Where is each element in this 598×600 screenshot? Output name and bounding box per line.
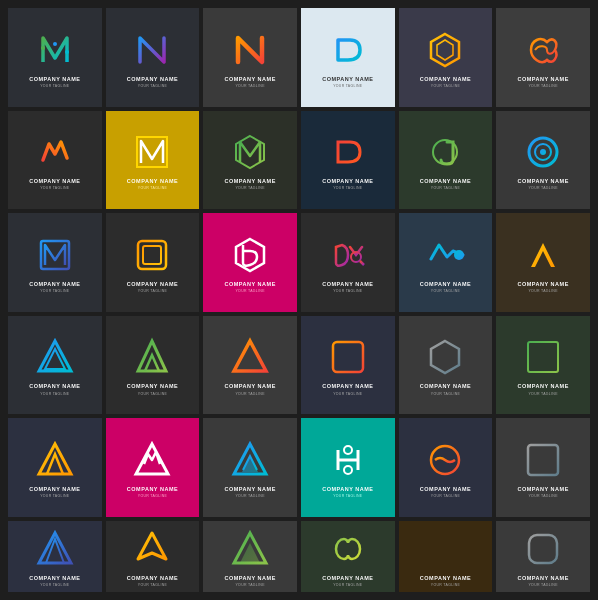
logo-icon-4 xyxy=(326,28,370,72)
tagline-25: YOUR TAGLINE xyxy=(40,494,69,498)
tagline-14: YOUR TAGLINE xyxy=(138,289,167,293)
tagline-24: YOUR TAGLINE xyxy=(528,392,557,396)
logo-card-9[interactable]: COMPANY NAME YOUR TAGLINE xyxy=(203,111,297,210)
tagline-6: YOUR TAGLINE xyxy=(528,84,557,88)
company-name-32: COMPANY NAME xyxy=(127,575,178,582)
logo-card-4[interactable]: COMPANY NAME YOUR TAGLINE xyxy=(301,8,395,107)
tagline-15: YOUR TAGLINE xyxy=(235,289,264,293)
logo-card-1[interactable]: COMPANY NAME YOUR TAGLINE xyxy=(8,8,102,107)
logo-card-3[interactable]: COMPANY NAME YOUR TAGLINE xyxy=(203,8,297,107)
company-name-35: COMPANY NAME xyxy=(420,575,471,582)
company-name-10: COMPANY NAME xyxy=(322,178,373,185)
company-name-29: COMPANY NAME xyxy=(420,486,471,493)
logo-card-16[interactable]: COMPANY NAME YOUR TAGLINE xyxy=(301,213,395,312)
logo-card-34[interactable]: COMPANY NAME YOUR TAGLINE xyxy=(301,521,395,592)
tagline-12: YOUR TAGLINE xyxy=(528,186,557,190)
logo-card-26[interactable]: COMPANY NAME YOUR TAGLINE xyxy=(106,418,200,517)
company-name-27: COMPANY NAME xyxy=(224,486,275,493)
logo-icon-8 xyxy=(130,130,174,174)
logo-icon-27 xyxy=(228,438,272,482)
tagline-22: YOUR TAGLINE xyxy=(333,392,362,396)
logo-card-27[interactable]: COMPANY NAME YOUR TAGLINE xyxy=(203,418,297,517)
logo-icon-11 xyxy=(423,130,467,174)
tagline-34: YOUR TAGLINE xyxy=(333,583,362,587)
logo-card-17[interactable]: COMPANY NAME YOUR TAGLINE xyxy=(399,213,493,312)
logo-icon-14 xyxy=(130,233,174,277)
logo-card-5[interactable]: COMPANY NAME YOUR TAGLINE xyxy=(399,8,493,107)
company-name-9: COMPANY NAME xyxy=(224,178,275,185)
logo-card-20[interactable]: COMPANY NAME YOUR TAGLINE xyxy=(106,316,200,415)
logo-icon-12 xyxy=(521,130,565,174)
logo-card-31[interactable]: COMPANY NAME YOUR TAGLINE xyxy=(8,521,102,592)
logo-icon-24 xyxy=(521,335,565,379)
tagline-31: YOUR TAGLINE xyxy=(40,583,69,587)
logo-card-18[interactable]: COMPANY NAME YOUR TAGLINE xyxy=(496,213,590,312)
logo-icon-5 xyxy=(423,28,467,72)
logo-card-6[interactable]: COMPANY NAME YOUR TAGLINE xyxy=(496,8,590,107)
company-name-24: COMPANY NAME xyxy=(517,383,568,390)
logo-card-32[interactable]: COMPANY NAME YOUR TAGLINE xyxy=(106,521,200,592)
svg-point-20 xyxy=(454,250,464,260)
svg-point-1 xyxy=(53,42,57,46)
svg-marker-6 xyxy=(437,40,453,60)
logo-card-29[interactable]: COMPANY NAME YOUR TAGLINE xyxy=(399,418,493,517)
svg-point-49 xyxy=(344,466,352,474)
logo-card-35[interactable]: COMPANY NAME YOUR TAGLINE xyxy=(399,521,493,592)
logo-card-12[interactable]: COMPANY NAME YOUR TAGLINE xyxy=(496,111,590,210)
logo-card-28[interactable]: COMPANY NAME YOUR TAGLINE xyxy=(301,418,395,517)
logo-icon-10 xyxy=(326,130,370,174)
tagline-5: YOUR TAGLINE xyxy=(431,84,460,88)
logo-card-7[interactable]: COMPANY NAME YOUR TAGLINE xyxy=(8,111,102,210)
logo-card-33[interactable]: COMPANY NAME YOUR TAGLINE xyxy=(203,521,297,592)
logo-card-23[interactable]: COMPANY NAME YOUR TAGLINE xyxy=(399,316,493,415)
logo-card-2[interactable]: COMPANY NAME YOUR TAGLINE xyxy=(106,8,200,107)
logo-card-8[interactable]: COMPANY NAME YOUR TAGLINE xyxy=(106,111,200,210)
logo-card-21[interactable]: COMPANY NAME YOUR TAGLINE xyxy=(203,316,297,415)
logo-icon-23 xyxy=(423,335,467,379)
company-name-11: COMPANY NAME xyxy=(420,178,471,185)
logo-icon-25 xyxy=(33,438,77,482)
logo-icon-17 xyxy=(423,233,467,277)
logo-card-24[interactable]: COMPANY NAME YOUR TAGLINE xyxy=(496,316,590,415)
company-name-26: COMPANY NAME xyxy=(127,486,178,493)
company-name-33: COMPANY NAME xyxy=(224,575,275,582)
tagline-36: YOUR TAGLINE xyxy=(528,583,557,587)
tagline-20: YOUR TAGLINE xyxy=(138,392,167,396)
logo-card-25[interactable]: COMPANY NAME YOUR TAGLINE xyxy=(8,418,102,517)
company-name-16: COMPANY NAME xyxy=(322,281,373,288)
logo-card-15[interactable]: COMPANY NAME YOUR TAGLINE xyxy=(203,213,297,312)
company-name-34: COMPANY NAME xyxy=(322,575,373,582)
logo-card-14[interactable]: COMPANY NAME YOUR TAGLINE xyxy=(106,213,200,312)
svg-point-13 xyxy=(540,149,546,155)
tagline-16: YOUR TAGLINE xyxy=(333,289,362,293)
logo-icon-16 xyxy=(326,233,370,277)
logo-icon-21 xyxy=(228,335,272,379)
company-name-30: COMPANY NAME xyxy=(517,486,568,493)
tagline-17: YOUR TAGLINE xyxy=(431,289,460,293)
logo-icon-33 xyxy=(228,527,272,571)
company-name-21: COMPANY NAME xyxy=(224,383,275,390)
tagline-29: YOUR TAGLINE xyxy=(431,494,460,498)
logo-card-30[interactable]: COMPANY NAME YOUR TAGLINE xyxy=(496,418,590,517)
logo-card-36[interactable]: COMPANY NAME YOUR TAGLINE xyxy=(496,521,590,592)
logo-card-10[interactable]: COMPANY NAME YOUR TAGLINE xyxy=(301,111,395,210)
tagline-26: YOUR TAGLINE xyxy=(138,494,167,498)
logo-icon-20 xyxy=(130,335,174,379)
logo-card-13[interactable]: COMPANY NAME YOUR TAGLINE xyxy=(8,213,102,312)
logo-card-19[interactable]: COMPANY NAME YOUR TAGLINE xyxy=(8,316,102,415)
tagline-33: YOUR TAGLINE xyxy=(235,583,264,587)
logo-icon-26 xyxy=(130,438,174,482)
tagline-10: YOUR TAGLINE xyxy=(333,186,362,190)
logo-icon-9 xyxy=(228,130,272,174)
logo-icon-34 xyxy=(326,527,370,571)
logo-card-22[interactable]: COMPANY NAME YOUR TAGLINE xyxy=(301,316,395,415)
logo-icon-36 xyxy=(521,527,565,571)
tagline-27: YOUR TAGLINE xyxy=(235,494,264,498)
company-name-8: COMPANY NAME xyxy=(127,178,178,185)
tagline-30: YOUR TAGLINE xyxy=(528,494,557,498)
tagline-13: YOUR TAGLINE xyxy=(40,289,69,293)
tagline-11: YOUR TAGLINE xyxy=(431,186,460,190)
logo-grid: COMPANY NAME YOUR TAGLINE COMPANY NAME Y… xyxy=(0,0,598,600)
logo-card-11[interactable]: COMPANY NAME YOUR TAGLINE xyxy=(399,111,493,210)
logo-icon-15 xyxy=(228,233,272,277)
